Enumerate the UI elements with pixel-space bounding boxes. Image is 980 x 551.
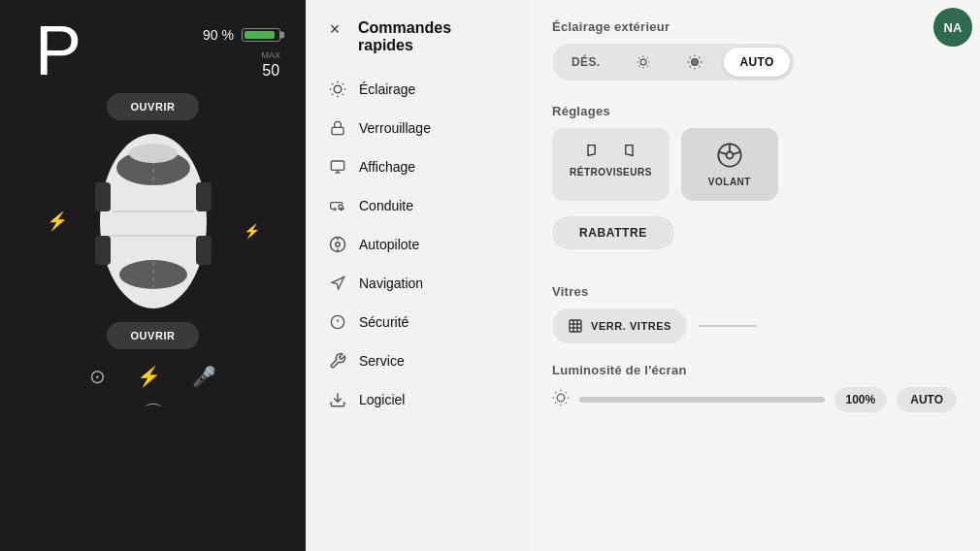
svg-rect-61 — [570, 320, 581, 332]
eclairage-section: Éclairage extérieur DÉS. — [552, 19, 957, 81]
svg-rect-9 — [196, 236, 212, 265]
svg-line-41 — [639, 57, 640, 58]
lock-icon — [328, 118, 347, 138]
dim-button[interactable] — [621, 48, 666, 77]
lighting-controls: DÉS. — [552, 44, 794, 81]
sidebar-item-affichage[interactable]: Affichage — [306, 147, 529, 186]
close-button[interactable]: × — [321, 16, 348, 43]
securite-label: Sécurité — [359, 314, 408, 330]
left-panel: P 90 % MAX 50 OUVRIR ⚡ — [0, 0, 306, 551]
battery-percentage: 90 % — [203, 27, 234, 43]
ouvrir-top-button[interactable]: OUVRIR — [107, 93, 198, 120]
sidebar-item-autopilote[interactable]: Autopilote — [306, 225, 529, 264]
window-icon — [568, 318, 583, 334]
svg-point-38 — [641, 59, 647, 65]
svg-line-70 — [566, 403, 567, 404]
brightness-slider[interactable] — [579, 397, 825, 403]
verrouillage-label: Verrouillage — [359, 120, 431, 136]
park-label: P — [35, 16, 82, 85]
max-row: MAX 50 — [261, 50, 280, 80]
sidebar-item-eclairage[interactable]: Éclairage — [306, 70, 529, 109]
bright-icon — [687, 54, 702, 70]
reglages-section: Réglages RÉTROVISEURS — [552, 104, 957, 269]
eclairage-label: Éclairage — [359, 81, 415, 97]
battery-fill — [245, 31, 275, 39]
target-icon[interactable]: ⊙ — [89, 365, 106, 388]
svg-rect-7 — [196, 182, 212, 211]
svg-line-18 — [332, 94, 333, 95]
volant-label: VOLANT — [708, 177, 751, 187]
sidebar-item-navigation[interactable]: Navigation — [306, 264, 529, 303]
svg-point-47 — [692, 59, 699, 66]
autopilot-icon — [328, 235, 347, 254]
bottom-icons-row: ⊙ ⚡ 🎤 — [89, 365, 216, 388]
vitres-line — [699, 325, 757, 327]
avatar[interactable]: NA — [933, 8, 972, 47]
svg-rect-8 — [95, 236, 111, 265]
svg-marker-30 — [332, 276, 344, 289]
sidebar-item-conduite[interactable]: Conduite — [306, 186, 529, 225]
svg-line-59 — [718, 152, 726, 154]
svg-line-19 — [343, 83, 343, 84]
autopilote-label: Autopilote — [359, 237, 419, 252]
battery-row: 90 % — [203, 27, 280, 43]
auto-lighting-button[interactable]: AUTO — [724, 48, 789, 77]
svg-rect-6 — [95, 182, 111, 211]
display-icon — [328, 157, 347, 177]
luminosite-row: 100% AUTO — [552, 387, 957, 412]
car-icon — [328, 196, 347, 215]
sidebar-item-verrouillage[interactable]: Verrouillage — [306, 109, 529, 147]
vitres-section-title: Vitres — [552, 284, 957, 299]
volant-card[interactable]: VOLANT — [681, 128, 778, 201]
luminosite-section: Luminosité de l'écran 100% AU — [552, 363, 957, 412]
rabattre-button[interactable]: RABATTRE — [552, 216, 674, 249]
sidebar-item-logiciel[interactable]: Logiciel — [306, 380, 529, 419]
sun-icon — [328, 80, 347, 99]
svg-line-73 — [555, 403, 556, 404]
svg-line-55 — [700, 57, 701, 58]
full-bright-button[interactable] — [671, 48, 718, 77]
svg-line-15 — [343, 94, 343, 95]
dim-icon — [637, 55, 650, 69]
ouvrir-bottom-button[interactable]: OUVRIR — [107, 322, 198, 349]
navigation-icon — [328, 274, 347, 293]
svg-point-27 — [336, 243, 341, 247]
svg-line-69 — [555, 392, 556, 393]
wrench-icon — [328, 351, 347, 371]
svg-line-51 — [700, 66, 701, 67]
menu-items-list: Éclairage Verrouillage Affichage — [306, 70, 529, 419]
wiper-icon[interactable]: ⌒ — [144, 402, 163, 423]
vitres-row: VERR. VITRES — [552, 308, 957, 343]
svg-line-42 — [647, 66, 648, 67]
mic-icon[interactable]: 🎤 — [192, 365, 216, 388]
car-image: ⚡ ⚡ — [66, 124, 241, 318]
download-icon — [328, 390, 347, 409]
lightning-icon[interactable]: ⚡ — [137, 365, 161, 388]
volant-icon-container — [716, 142, 743, 169]
svg-point-66 — [557, 394, 565, 402]
svg-point-11 — [334, 85, 342, 93]
mirror-right-icon — [613, 142, 635, 159]
svg-line-74 — [566, 392, 567, 393]
brightness-value: 100% — [834, 387, 888, 412]
des-button[interactable]: DÉS. — [556, 48, 615, 77]
svg-line-60 — [733, 152, 740, 154]
auto-brightness-button[interactable]: AUTO — [897, 387, 957, 412]
reglages-section-title: Réglages — [552, 104, 957, 118]
verr-vitres-button[interactable]: VERR. VITRES — [552, 308, 687, 343]
content-panel: NA Éclairage extérieur DÉS. — [529, 0, 980, 551]
vitres-section: Vitres VERR. VITRES — [552, 284, 957, 343]
verr-vitres-label: VERR. VITRES — [591, 320, 671, 332]
car-svg — [66, 124, 241, 318]
retroviseurs-card[interactable]: RÉTROVISEURS — [552, 128, 670, 201]
svg-line-14 — [332, 83, 333, 84]
brightness-icon — [552, 389, 570, 410]
sidebar-item-securite[interactable]: Sécurité — [306, 303, 529, 341]
luminosite-section-title: Luminosité de l'écran — [552, 363, 957, 377]
retroviseurs-icons — [586, 142, 635, 159]
sidebar-item-service[interactable]: Service — [306, 341, 529, 380]
svg-rect-21 — [331, 161, 343, 170]
menu-panel: × Commandes rapides Éclairage — [306, 0, 529, 551]
svg-point-24 — [334, 209, 336, 211]
lightning-left-icon: ⚡ — [47, 211, 68, 232]
